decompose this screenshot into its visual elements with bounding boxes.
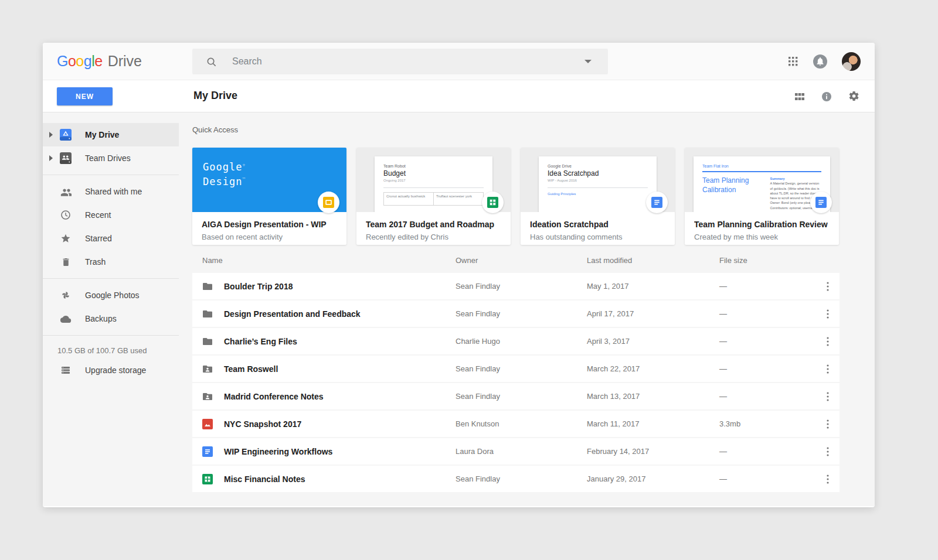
document-thumbnail: Google Drive Idea Scratchpad WIP - Augus… bbox=[539, 156, 657, 212]
row-menu-button[interactable] bbox=[816, 364, 840, 374]
sidebar-item-recent[interactable]: Recent bbox=[43, 203, 179, 227]
bell-icon bbox=[815, 57, 825, 66]
card-title: Team 2017 Budget and Roadmap bbox=[366, 220, 501, 229]
sidebar-item-label: Shared with me bbox=[85, 187, 142, 196]
file-modified: May 1, 2017 bbox=[587, 282, 719, 291]
docs-icon bbox=[651, 197, 662, 208]
sidebar-item-shared-with-me[interactable]: Shared with me bbox=[43, 180, 179, 203]
file-size: — bbox=[719, 474, 816, 483]
file-owner: Sean Findlay bbox=[456, 364, 587, 373]
file-name: Design Presentation and Feedback bbox=[224, 309, 361, 319]
sidebar-item-upgrade-storage[interactable]: Upgrade storage bbox=[43, 358, 179, 382]
sidebar-item-google-photos[interactable]: Google Photos bbox=[43, 284, 179, 307]
quick-access-card[interactable]: Google+ Design™ AIGA Design Presentation… bbox=[192, 148, 346, 245]
file-modified: February 14, 2017 bbox=[587, 447, 719, 456]
file-name: WIP Engineering Workflows bbox=[224, 447, 332, 456]
table-row[interactable]: WIP Engineering Workflows Laura Dora Feb… bbox=[192, 438, 840, 465]
top-header: Google Drive bbox=[43, 43, 875, 80]
table-row[interactable]: Misc Financial Notes Sean Findlay Januar… bbox=[192, 466, 840, 492]
row-menu-button[interactable] bbox=[816, 337, 840, 346]
quick-access-cards: Google+ Design™ AIGA Design Presentation… bbox=[192, 148, 840, 245]
search-options-caret-icon[interactable] bbox=[584, 60, 592, 63]
card-subtitle: Has outstanding comments bbox=[530, 233, 665, 241]
folder-icon bbox=[202, 281, 213, 292]
file-modified: April 17, 2017 bbox=[587, 309, 719, 318]
file-table: Name Owner Last modified File size Bould… bbox=[192, 247, 840, 492]
expand-arrow-icon[interactable] bbox=[49, 132, 59, 138]
file-owner: Laura Dora bbox=[456, 447, 587, 456]
file-size: — bbox=[719, 282, 816, 291]
row-menu-button[interactable] bbox=[816, 447, 840, 456]
quick-access-card[interactable]: Google Drive Idea Scratchpad WIP - Augus… bbox=[521, 148, 675, 245]
action-toolbar: NEW My Drive bbox=[43, 80, 875, 112]
sidebar-item-my-drive[interactable]: My Drive bbox=[43, 123, 179, 146]
file-modified: March 13, 2017 bbox=[587, 392, 719, 401]
file-name: NYC Snapshot 2017 bbox=[224, 419, 301, 429]
table-row[interactable]: Design Presentation and Feedback Sean Fi… bbox=[192, 301, 840, 327]
slides-icon bbox=[323, 197, 334, 208]
apps-grid-icon bbox=[788, 56, 798, 67]
sidebar-item-label: Google Photos bbox=[85, 291, 140, 300]
table-row[interactable]: Boulder Trip 2018 Sean Findlay May 1, 20… bbox=[192, 273, 840, 299]
sidebar-item-starred[interactable]: Starred bbox=[43, 227, 179, 250]
folder-icon bbox=[202, 336, 213, 347]
divider bbox=[43, 278, 179, 279]
logo-letter: G bbox=[57, 53, 68, 69]
page-title: My Drive bbox=[193, 90, 237, 102]
file-name: Team Roswell bbox=[224, 364, 278, 374]
sidebar-item-label: Recent bbox=[85, 210, 111, 220]
file-type-badge bbox=[318, 192, 339, 213]
table-row[interactable]: Madrid Conference Notes Sean Findlay Mar… bbox=[192, 383, 840, 409]
logo-letter: o bbox=[68, 53, 76, 69]
file-size: — bbox=[719, 337, 816, 346]
card-subtitle: Recently edited by Chris bbox=[366, 233, 501, 241]
sidebar-item-backups[interactable]: Backups bbox=[43, 307, 179, 330]
file-owner: Sean Findlay bbox=[456, 282, 587, 291]
row-menu-button[interactable] bbox=[816, 282, 840, 291]
card-title: Team Planning Calibration Review bbox=[694, 220, 830, 229]
clock-icon bbox=[59, 210, 73, 220]
table-row[interactable]: Team Roswell Sean Findlay March 22, 2017… bbox=[192, 356, 840, 382]
grid-view-button[interactable] bbox=[794, 91, 805, 102]
expand-arrow-icon[interactable] bbox=[49, 155, 59, 161]
new-button[interactable]: NEW bbox=[57, 87, 113, 105]
column-header-name[interactable]: Name bbox=[192, 256, 456, 265]
quick-access-card[interactable]: Team Robot Budget Ongoing 2017 Cronut ac… bbox=[356, 148, 511, 245]
column-header-size[interactable]: File size bbox=[719, 256, 816, 265]
kebab-menu-icon bbox=[827, 447, 829, 456]
kebab-menu-icon bbox=[827, 309, 829, 319]
file-modified: January 29, 2017 bbox=[587, 474, 719, 483]
document-thumbnail: Team Robot Budget Ongoing 2017 Cronut ac… bbox=[375, 156, 492, 212]
sidebar-item-trash[interactable]: Trash bbox=[43, 250, 179, 274]
row-menu-button[interactable] bbox=[816, 309, 840, 319]
sidebar-item-label: Starred bbox=[85, 234, 112, 243]
search-bar[interactable] bbox=[192, 49, 608, 74]
document-thumbnail: Team Flat Iron Team Planning Calibration… bbox=[694, 156, 830, 212]
column-header-owner[interactable]: Owner bbox=[456, 256, 587, 265]
kebab-menu-icon bbox=[827, 364, 829, 374]
settings-button[interactable] bbox=[848, 91, 859, 102]
row-menu-button[interactable] bbox=[816, 392, 840, 401]
row-menu-button[interactable] bbox=[816, 419, 840, 429]
file-type-badge bbox=[482, 192, 504, 213]
sidebar: My Drive Team Drives Shared with me Rece… bbox=[43, 112, 179, 506]
quick-access-card[interactable]: Team Flat Iron Team Planning Calibration… bbox=[685, 148, 839, 245]
sidebar-item-label: Backups bbox=[85, 314, 117, 323]
file-size: — bbox=[719, 364, 816, 373]
sidebar-item-team-drives[interactable]: Team Drives bbox=[43, 146, 179, 170]
row-menu-button[interactable] bbox=[816, 474, 840, 484]
details-button[interactable] bbox=[821, 91, 832, 102]
file-type-badge bbox=[646, 192, 668, 213]
user-avatar[interactable] bbox=[842, 52, 861, 71]
notifications-button[interactable] bbox=[813, 54, 827, 69]
table-row[interactable]: Charlie’s Eng Files Charlie Hugo April 3… bbox=[192, 328, 840, 354]
table-row[interactable]: NYC Snapshot 2017 Ben Knutson March 11, … bbox=[192, 411, 840, 437]
column-header-modified[interactable]: Last modified bbox=[587, 256, 719, 265]
apps-grid-button[interactable] bbox=[788, 56, 798, 67]
google-drive-logo[interactable]: Google Drive bbox=[57, 53, 142, 70]
table-header: Name Owner Last modified File size bbox=[192, 247, 840, 273]
shared-folder-icon bbox=[202, 364, 213, 374]
file-name: Boulder Trip 2018 bbox=[224, 282, 293, 291]
gear-icon bbox=[848, 91, 859, 102]
search-input[interactable] bbox=[232, 56, 584, 67]
